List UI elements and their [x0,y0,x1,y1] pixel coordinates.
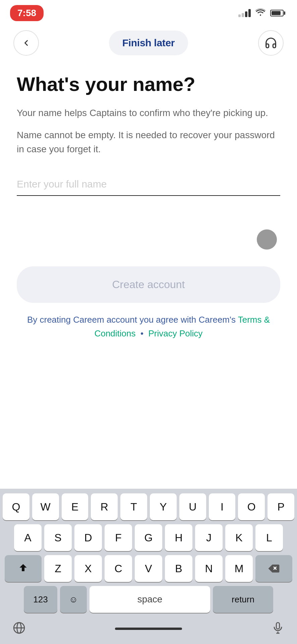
support-button[interactable] [258,30,284,56]
key-z[interactable]: Z [44,555,72,582]
name-input[interactable] [17,173,280,196]
key-i[interactable]: I [209,493,236,520]
key-b[interactable]: B [165,555,192,582]
create-account-button[interactable]: Create account [17,266,280,303]
status-icons [238,8,284,18]
key-p[interactable]: P [268,493,294,520]
back-button[interactable] [13,30,39,56]
page-title: What's your name? [17,72,280,96]
key-x[interactable]: X [74,555,102,582]
warning-text: Name cannot be empty. It is needed to re… [17,128,280,156]
key-l[interactable]: L [255,524,283,551]
key-d[interactable]: D [74,524,102,551]
privacy-policy-link[interactable]: Privacy Policy [148,328,203,338]
status-bar: 7:58 [0,0,297,23]
keyboard-row-3: Z X C V B N M [3,555,294,582]
keyboard-bottom-row [3,617,294,644]
scroll-area [0,213,297,266]
key-h[interactable]: H [165,524,192,551]
key-m[interactable]: M [225,555,253,582]
key-r[interactable]: R [91,493,118,520]
wifi-icon [255,8,265,18]
description-text: Your name helps Captains to confirm who … [17,106,280,120]
keyboard-row-1: Q W E R T Y U I O P [3,493,294,520]
delete-key[interactable] [255,555,292,582]
keyboard-row-4: 123 ☺ space return [3,586,294,613]
key-o[interactable]: O [238,493,265,520]
status-time: 7:58 [10,5,44,21]
name-input-wrapper [17,173,280,196]
key-f[interactable]: F [105,524,132,551]
nav-bar: Finish later [0,23,297,62]
emoji-key[interactable]: ☺ [60,586,87,613]
signal-icon [238,9,251,17]
drag-handle[interactable] [257,229,277,250]
key-e[interactable]: E [62,493,88,520]
home-indicator [115,628,182,630]
bottom-actions: Create account By creating Careem accoun… [0,266,297,341]
key-k[interactable]: K [225,524,253,551]
terms-text: By creating Careem account you agree wit… [17,313,280,341]
key-c[interactable]: C [105,555,132,582]
key-y[interactable]: Y [150,493,177,520]
main-content: What's your name? Your name helps Captai… [0,66,297,213]
key-n[interactable]: N [195,555,223,582]
space-key[interactable]: space [90,586,210,613]
key-q[interactable]: Q [3,493,29,520]
finish-later-button[interactable]: Finish later [109,31,188,55]
key-g[interactable]: G [135,524,162,551]
key-j[interactable]: J [195,524,223,551]
globe-icon[interactable] [13,622,25,637]
keyboard-row-2: A S D F G H J K L [3,524,294,551]
return-key[interactable]: return [213,586,273,613]
key-u[interactable]: U [179,493,206,520]
svg-rect-3 [276,623,280,629]
key-w[interactable]: W [32,493,59,520]
battery-icon [270,10,284,16]
mic-icon[interactable] [272,622,284,637]
keyboard: Q W E R T Y U I O P A S D F G H J K L Z … [0,489,297,644]
key-v[interactable]: V [135,555,162,582]
shift-key[interactable] [5,555,42,582]
key-a[interactable]: A [14,524,42,551]
numbers-key[interactable]: 123 [24,586,57,613]
key-s[interactable]: S [44,524,72,551]
key-t[interactable]: T [120,493,147,520]
